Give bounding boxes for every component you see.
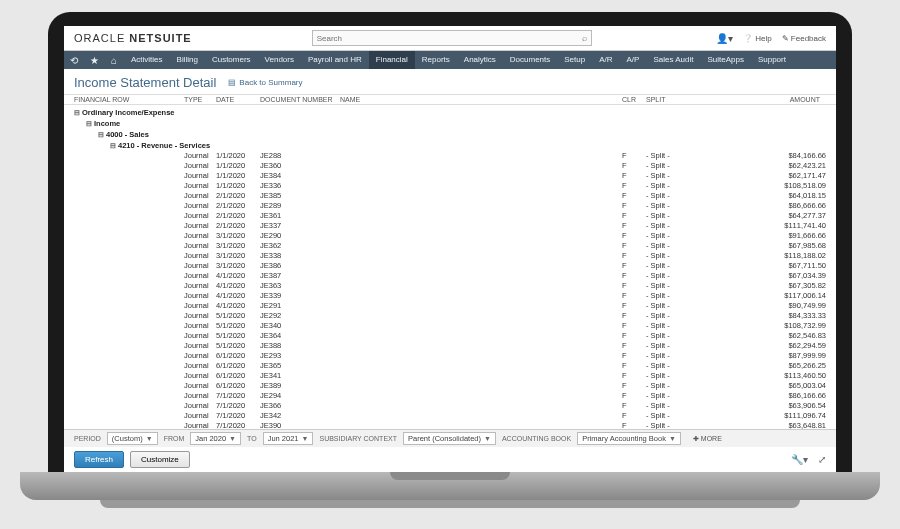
table-row[interactable]: Journal7/1/2020JE342F- Split -$111,096.7… bbox=[74, 411, 826, 421]
cell-doc[interactable]: JE293 bbox=[260, 351, 340, 361]
table-row[interactable]: Journal3/1/2020JE290F- Split -$91,666.66 bbox=[74, 231, 826, 241]
collapse-icon[interactable]: ⊟ bbox=[74, 107, 82, 118]
col-clr[interactable]: CLR bbox=[622, 96, 646, 103]
table-row[interactable]: Journal6/1/2020JE293F- Split -$87,999.99 bbox=[74, 351, 826, 361]
cell-doc[interactable]: JE385 bbox=[260, 191, 340, 201]
nav-item-billing[interactable]: Billing bbox=[170, 51, 205, 69]
collapse-icon[interactable]: ⊟ bbox=[86, 118, 94, 129]
cell-doc[interactable]: JE338 bbox=[260, 251, 340, 261]
search-icon[interactable]: ⌕ bbox=[582, 33, 587, 43]
customize-button[interactable]: Customize bbox=[130, 451, 190, 468]
table-row[interactable]: Journal3/1/2020JE386F- Split -$67,711.50 bbox=[74, 261, 826, 271]
back-to-summary-link[interactable]: ▤ Back to Summary bbox=[228, 78, 302, 87]
collapse-icon[interactable]: ⊟ bbox=[110, 140, 118, 151]
tree-ordinary-income-expense[interactable]: ⊟ Ordinary Income/Expense bbox=[74, 107, 826, 118]
nav-home-icon[interactable]: ⌂ bbox=[104, 55, 124, 66]
cell-doc[interactable]: JE342 bbox=[260, 411, 340, 421]
col-date[interactable]: DATE bbox=[216, 96, 260, 103]
nav-item-payroll-and-hr[interactable]: Payroll and HR bbox=[301, 51, 369, 69]
tools-icon[interactable]: 🔧▾ bbox=[791, 454, 808, 465]
cell-doc[interactable]: JE337 bbox=[260, 221, 340, 231]
nav-star-icon[interactable]: ★ bbox=[84, 55, 104, 66]
table-row[interactable]: Journal1/1/2020JE384F- Split -$62,171.47 bbox=[74, 171, 826, 181]
nav-item-reports[interactable]: Reports bbox=[415, 51, 457, 69]
accounting-book-select[interactable]: Primary Accounting Book▼ bbox=[577, 432, 681, 445]
cell-doc[interactable]: JE365 bbox=[260, 361, 340, 371]
nav-item-a-r[interactable]: A/R bbox=[592, 51, 619, 69]
nav-item-support[interactable]: Support bbox=[751, 51, 793, 69]
nav-item-suiteapps[interactable]: SuiteApps bbox=[700, 51, 750, 69]
cell-doc[interactable]: JE384 bbox=[260, 171, 340, 181]
nav-item-activities[interactable]: Activities bbox=[124, 51, 170, 69]
cell-doc[interactable]: JE294 bbox=[260, 391, 340, 401]
cell-doc[interactable]: JE292 bbox=[260, 311, 340, 321]
table-row[interactable]: Journal7/1/2020JE294F- Split -$86,166.66 bbox=[74, 391, 826, 401]
subsidiary-select[interactable]: Parent (Consolidated)▼ bbox=[403, 432, 496, 445]
cell-doc[interactable]: JE339 bbox=[260, 291, 340, 301]
collapse-icon[interactable]: ⊟ bbox=[98, 129, 106, 140]
tree-income[interactable]: ⊟ Income bbox=[74, 118, 826, 129]
to-select[interactable]: Jun 2021▼ bbox=[263, 432, 314, 445]
cell-doc[interactable]: JE291 bbox=[260, 301, 340, 311]
cell-doc[interactable]: JE289 bbox=[260, 201, 340, 211]
cell-doc[interactable]: JE363 bbox=[260, 281, 340, 291]
table-row[interactable]: Journal2/1/2020JE361F- Split -$64,277.37 bbox=[74, 211, 826, 221]
nav-item-sales-audit[interactable]: Sales Audit bbox=[646, 51, 700, 69]
cell-doc[interactable]: JE362 bbox=[260, 241, 340, 251]
cell-doc[interactable]: JE341 bbox=[260, 371, 340, 381]
more-filters-link[interactable]: ✚ MORE bbox=[693, 435, 722, 443]
col-document-number[interactable]: DOCUMENT NUMBER bbox=[260, 96, 340, 103]
collapse-all-icon[interactable]: ⤢ bbox=[818, 454, 826, 465]
search-input[interactable] bbox=[317, 34, 582, 43]
table-row[interactable]: Journal2/1/2020JE385F- Split -$64,018.15 bbox=[74, 191, 826, 201]
cell-doc[interactable]: JE386 bbox=[260, 261, 340, 271]
table-row[interactable]: Journal6/1/2020JE341F- Split -$113,460.5… bbox=[74, 371, 826, 381]
from-select[interactable]: Jan 2020▼ bbox=[190, 432, 241, 445]
table-row[interactable]: Journal6/1/2020JE365F- Split -$65,266.25 bbox=[74, 361, 826, 371]
col-amount[interactable]: AMOUNT bbox=[746, 96, 826, 103]
table-row[interactable]: Journal3/1/2020JE338F- Split -$118,188.0… bbox=[74, 251, 826, 261]
cell-doc[interactable]: JE388 bbox=[260, 341, 340, 351]
cell-doc[interactable]: JE290 bbox=[260, 231, 340, 241]
table-row[interactable]: Journal1/1/2020JE288F- Split -$84,166.66 bbox=[74, 151, 826, 161]
col-name[interactable]: NAME bbox=[340, 96, 622, 103]
cell-doc[interactable]: JE361 bbox=[260, 211, 340, 221]
col-split[interactable]: SPLIT bbox=[646, 96, 746, 103]
cell-doc[interactable]: JE389 bbox=[260, 381, 340, 391]
nav-item-setup[interactable]: Setup bbox=[557, 51, 592, 69]
tree-4000-sales[interactable]: ⊟ 4000 - Sales bbox=[74, 129, 826, 140]
nav-item-vendors[interactable]: Vendors bbox=[258, 51, 301, 69]
global-search[interactable]: ⌕ bbox=[312, 30, 592, 46]
table-row[interactable]: Journal4/1/2020JE387F- Split -$67,034.39 bbox=[74, 271, 826, 281]
table-row[interactable]: Journal2/1/2020JE289F- Split -$86,666.66 bbox=[74, 201, 826, 211]
cell-doc[interactable]: JE340 bbox=[260, 321, 340, 331]
table-row[interactable]: Journal1/1/2020JE360F- Split -$62,423.21 bbox=[74, 161, 826, 171]
nav-item-financial[interactable]: Financial bbox=[369, 51, 415, 69]
table-row[interactable]: Journal5/1/2020JE364F- Split -$62,546.83 bbox=[74, 331, 826, 341]
table-row[interactable]: Journal1/1/2020JE336F- Split -$108,518.0… bbox=[74, 181, 826, 191]
col-financial-row[interactable]: FINANCIAL ROW bbox=[74, 96, 184, 103]
col-type[interactable]: TYPE bbox=[184, 96, 216, 103]
table-row[interactable]: Journal4/1/2020JE363F- Split -$67,305.82 bbox=[74, 281, 826, 291]
role-menu-icon[interactable]: 👤▾ bbox=[716, 33, 733, 44]
table-row[interactable]: Journal2/1/2020JE337F- Split -$111,741.4… bbox=[74, 221, 826, 231]
table-row[interactable]: Journal7/1/2020JE390F- Split -$63,648.81 bbox=[74, 421, 826, 429]
nav-item-customers[interactable]: Customers bbox=[205, 51, 258, 69]
table-row[interactable]: Journal5/1/2020JE292F- Split -$84,333.33 bbox=[74, 311, 826, 321]
cell-doc[interactable]: JE360 bbox=[260, 161, 340, 171]
table-row[interactable]: Journal5/1/2020JE340F- Split -$108,732.9… bbox=[74, 321, 826, 331]
cell-doc[interactable]: JE390 bbox=[260, 421, 340, 429]
cell-doc[interactable]: JE288 bbox=[260, 151, 340, 161]
cell-doc[interactable]: JE387 bbox=[260, 271, 340, 281]
nav-item-a-p[interactable]: A/P bbox=[620, 51, 647, 69]
nav-item-analytics[interactable]: Analytics bbox=[457, 51, 503, 69]
help-link[interactable]: ❔ Help bbox=[743, 34, 772, 43]
nav-back-icon[interactable]: ⟲ bbox=[64, 55, 84, 66]
table-row[interactable]: Journal7/1/2020JE366F- Split -$63,906.54 bbox=[74, 401, 826, 411]
cell-doc[interactable]: JE336 bbox=[260, 181, 340, 191]
table-row[interactable]: Journal4/1/2020JE291F- Split -$90,749.99 bbox=[74, 301, 826, 311]
table-row[interactable]: Journal5/1/2020JE388F- Split -$62,294.59 bbox=[74, 341, 826, 351]
period-select[interactable]: (Custom)▼ bbox=[107, 432, 158, 445]
table-row[interactable]: Journal4/1/2020JE339F- Split -$117,006.1… bbox=[74, 291, 826, 301]
cell-doc[interactable]: JE366 bbox=[260, 401, 340, 411]
